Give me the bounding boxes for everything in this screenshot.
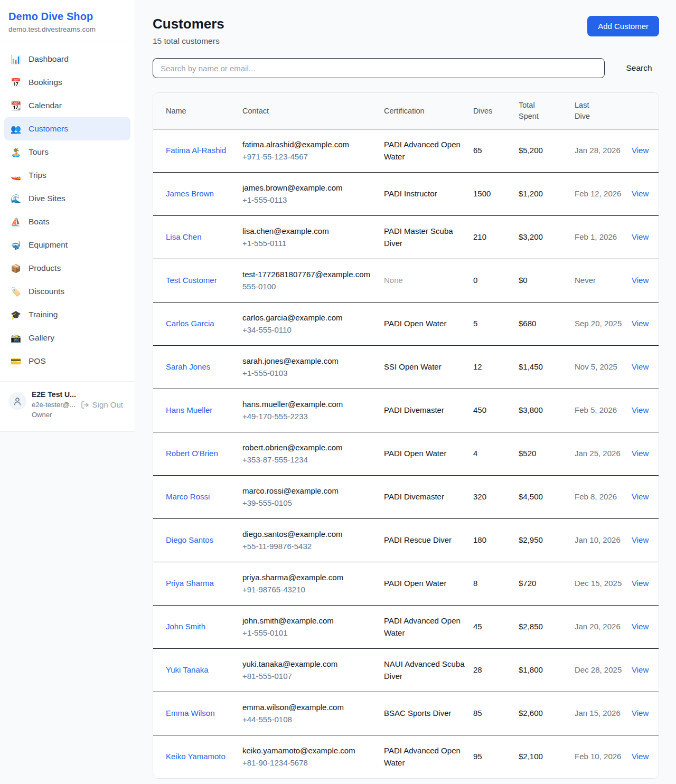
customer-name-link[interactable]: Priya Sharma bbox=[166, 579, 214, 588]
people-icon: 👥 bbox=[10, 124, 22, 134]
sidebar-item-equipment[interactable]: 🤿 Equipment bbox=[4, 233, 130, 257]
customers-table: Name Contact Certification Dives Total S… bbox=[153, 93, 659, 778]
customer-name-cell: Keiko Yamamoto bbox=[153, 735, 242, 779]
table-row: Carlos Garcia carlos.garcia@example.com … bbox=[153, 303, 659, 346]
sidebar-item-boats[interactable]: ⛵ Boats bbox=[4, 210, 130, 233]
sidebar-item-dive-sites[interactable]: 🌊 Dive Sites bbox=[4, 187, 130, 210]
view-link[interactable]: View bbox=[632, 319, 649, 328]
customer-name-link[interactable]: James Brown bbox=[166, 189, 214, 198]
customer-table-body: Fatima Al-Rashid fatima.alrashid@example… bbox=[153, 129, 659, 779]
sidebar-item-training[interactable]: 🎓 Training bbox=[4, 303, 130, 326]
column-header-certification: Certification bbox=[384, 93, 473, 129]
add-customer-button[interactable]: Add Customer bbox=[587, 16, 659, 36]
customer-certification: PADI Master Scuba Diver bbox=[384, 216, 473, 259]
view-link[interactable]: View bbox=[632, 579, 649, 588]
customer-actions-cell: View bbox=[632, 129, 659, 173]
customer-last-dive: Jan 25, 2026 bbox=[575, 432, 632, 476]
customer-actions-cell: View bbox=[632, 519, 659, 562]
customer-actions-cell: View bbox=[632, 606, 659, 649]
view-link[interactable]: View bbox=[632, 709, 649, 717]
customer-name-link[interactable]: John Smith bbox=[166, 622, 205, 631]
view-link[interactable]: View bbox=[632, 492, 649, 501]
table-row: Diego Santos diego.santos@example.com +5… bbox=[153, 519, 659, 562]
customer-contact-cell: emma.wilson@example.com +44-555-0108 bbox=[242, 692, 384, 735]
view-link[interactable]: View bbox=[632, 232, 649, 241]
customer-phone: +81-555-0107 bbox=[242, 670, 375, 683]
customer-total-spent: $3,800 bbox=[519, 389, 575, 432]
customer-dives: 95 bbox=[473, 735, 519, 779]
sidebar-item-trips[interactable]: 🚤 Trips bbox=[4, 164, 130, 187]
island-icon: 🏝️ bbox=[10, 147, 22, 157]
customer-actions-cell: View bbox=[632, 692, 659, 735]
customer-phone: +1-555-0113 bbox=[242, 194, 375, 206]
search-input[interactable] bbox=[153, 58, 605, 78]
customer-last-dive: Sep 20, 2025 bbox=[575, 303, 632, 346]
sidebar-item-dashboard[interactable]: 📊 Dashboard bbox=[4, 48, 130, 71]
view-link[interactable]: View bbox=[632, 449, 649, 458]
customer-total-spent: $3,200 bbox=[519, 216, 575, 259]
sidebar-item-bookings[interactable]: 📅 Bookings bbox=[4, 71, 130, 94]
customer-email: emma.wilson@example.com bbox=[242, 702, 375, 714]
customer-total-spent: $520 bbox=[519, 432, 575, 476]
sidebar-item-tours[interactable]: 🏝️ Tours bbox=[4, 140, 130, 164]
sidebar-item-discounts[interactable]: 🏷️ Discounts bbox=[4, 280, 130, 303]
customer-name-link[interactable]: Carlos Garcia bbox=[166, 319, 214, 328]
view-link[interactable]: View bbox=[632, 752, 649, 761]
customer-name-link[interactable]: Sarah Jones bbox=[166, 362, 210, 371]
view-link[interactable]: View bbox=[632, 535, 649, 544]
sidebar-item-calendar[interactable]: 📆 Calendar bbox=[4, 94, 130, 117]
customer-contact-cell: diego.santos@example.com +55-11-99876-54… bbox=[242, 519, 384, 562]
sidebar-item-label: Products bbox=[29, 263, 61, 273]
sidebar-item-gallery[interactable]: 📸 Gallery bbox=[4, 326, 130, 350]
customer-name-cell: Marco Rossi bbox=[153, 476, 242, 519]
customer-dives: 28 bbox=[473, 649, 519, 692]
customer-name-link[interactable]: Test Customer bbox=[166, 276, 217, 285]
customer-name-cell: Diego Santos bbox=[153, 519, 242, 562]
sign-out-button[interactable]: Sign Out bbox=[81, 400, 123, 409]
package-icon: 📦 bbox=[10, 263, 22, 273]
customer-contact-cell: keiko.yamamoto@example.com +81-90-1234-5… bbox=[242, 735, 384, 779]
sidebar-item-label: Boats bbox=[29, 217, 50, 226]
customer-dives: 4 bbox=[473, 432, 519, 476]
customer-name-link[interactable]: Hans Mueller bbox=[166, 405, 212, 414]
sidebar-item-label: Tours bbox=[29, 147, 49, 157]
view-link[interactable]: View bbox=[632, 189, 649, 198]
sidebar-item-pos[interactable]: 💳 POS bbox=[4, 350, 130, 373]
customer-name-link[interactable]: Marco Rossi bbox=[166, 492, 210, 501]
view-link[interactable]: View bbox=[632, 622, 649, 631]
customer-dives: 85 bbox=[473, 692, 519, 735]
customer-name-link[interactable]: Yuki Tanaka bbox=[166, 665, 209, 674]
customer-name-link[interactable]: Fatima Al-Rashid bbox=[166, 146, 226, 155]
customer-dives: 1500 bbox=[473, 173, 519, 216]
view-link[interactable]: View bbox=[632, 146, 649, 155]
search-button[interactable]: Search bbox=[619, 59, 659, 77]
sidebar-item-customers[interactable]: 👥 Customers bbox=[4, 117, 130, 140]
customer-last-dive: Dec 28, 2025 bbox=[575, 649, 632, 692]
bar-chart-icon: 📊 bbox=[10, 54, 22, 64]
customer-name-cell: John Smith bbox=[153, 606, 242, 649]
sidebar-item-label: Dashboard bbox=[29, 54, 69, 64]
customer-dives: 65 bbox=[473, 129, 519, 173]
customer-name-cell: Carlos Garcia bbox=[153, 303, 242, 346]
customer-name-link[interactable]: Lisa Chen bbox=[166, 232, 202, 241]
customer-name-link[interactable]: Emma Wilson bbox=[166, 709, 215, 717]
sidebar-item-label: Trips bbox=[29, 171, 46, 180]
customer-name-link[interactable]: Robert O'Brien bbox=[166, 449, 218, 458]
sidebar-item-products[interactable]: 📦 Products bbox=[4, 257, 130, 280]
customer-name-link[interactable]: Diego Santos bbox=[166, 535, 213, 544]
graduation-cap-icon: 🎓 bbox=[10, 310, 22, 320]
customer-contact-cell: marco.rossi@example.com +39-555-0105 bbox=[242, 476, 384, 519]
customer-name-link[interactable]: Keiko Yamamoto bbox=[166, 752, 226, 761]
customer-last-dive: Feb 5, 2026 bbox=[575, 389, 632, 432]
view-link[interactable]: View bbox=[632, 276, 649, 285]
customer-last-dive: Feb 1, 2026 bbox=[575, 216, 632, 259]
view-link[interactable]: View bbox=[632, 405, 649, 414]
calendar-date-icon: 📅 bbox=[10, 78, 22, 88]
view-link[interactable]: View bbox=[632, 362, 649, 371]
customer-phone: +44-555-0108 bbox=[242, 714, 375, 726]
sidebar: Demo Dive Shop demo.test.divestreams.com… bbox=[0, 0, 135, 432]
customer-phone: +1-555-0111 bbox=[242, 238, 375, 250]
customer-last-dive: Dec 15, 2025 bbox=[575, 562, 632, 606]
customer-email: fatima.alrashid@example.com bbox=[242, 139, 375, 151]
view-link[interactable]: View bbox=[632, 665, 649, 674]
